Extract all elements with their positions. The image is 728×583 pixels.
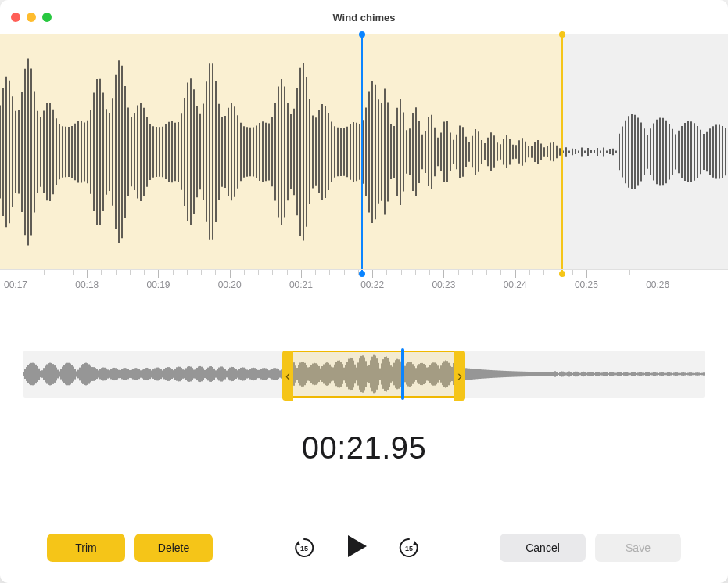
ruler-tick-minor <box>629 270 630 275</box>
ruler-tick-minor <box>401 270 402 275</box>
cancel-button[interactable]: Cancel <box>500 534 586 562</box>
playhead[interactable] <box>361 34 363 274</box>
ruler-tick-minor <box>315 270 316 275</box>
ruler-tick-minor <box>73 270 74 275</box>
skip-fwd-label: 15 <box>404 545 412 552</box>
ruler-tick-minor <box>30 270 30 275</box>
ruler-label: 00:18 <box>75 279 99 290</box>
ruler-tick-minor <box>287 270 288 275</box>
ruler-tick-minor <box>358 270 359 275</box>
trim-handle-left[interactable]: ‹ <box>282 351 293 401</box>
trim-handle-right[interactable]: › <box>454 351 465 401</box>
ruler-tick <box>658 270 658 278</box>
ruler-tick <box>443 270 444 278</box>
play-button[interactable] <box>343 533 370 563</box>
ruler-label: 00:22 <box>360 279 384 290</box>
window-title: Wind chimes <box>0 12 728 23</box>
overview-waveform[interactable]: ‹ › 00:00 00:40 <box>23 351 705 413</box>
ruler-tick-minor <box>500 270 501 275</box>
ruler-tick-minor <box>101 270 102 275</box>
ruler-label: 00:23 <box>432 279 455 290</box>
delete-button[interactable]: Delete <box>134 534 213 562</box>
ruler-tick <box>515 270 516 278</box>
ruler-tick-minor <box>130 270 131 275</box>
overview-playhead[interactable] <box>401 348 404 400</box>
ruler-tick-minor <box>59 270 59 275</box>
ruler-tick-minor <box>687 270 687 275</box>
ruler-tick <box>586 270 587 278</box>
ruler-tick-minor <box>116 270 117 275</box>
ruler-tick <box>372 270 373 278</box>
ruler-tick-minor <box>601 270 601 275</box>
ruler-label: 00:21 <box>289 279 313 290</box>
ruler-tick-minor <box>187 270 188 275</box>
ruler-tick-minor <box>529 270 530 275</box>
main-waveform[interactable] <box>0 34 728 269</box>
ruler-label: 00:25 <box>575 279 598 290</box>
save-button[interactable]: Save <box>595 534 681 562</box>
skip-forward-15-icon[interactable]: 15 <box>398 537 420 559</box>
ruler-label: 00:24 <box>504 279 527 290</box>
ruler-tick-minor <box>715 270 715 275</box>
timecode-display: 00:21.95 <box>0 430 728 466</box>
ruler-tick-minor <box>386 270 387 275</box>
ruler-tick-minor <box>429 270 430 275</box>
ruler-tick-minor <box>543 270 544 275</box>
ruler-tick-minor <box>615 270 615 275</box>
app-window: Wind chimes 00:1700:1800:1900:2000:2100:… <box>0 0 728 583</box>
ruler-tick-minor <box>173 270 174 275</box>
ruler-label: 00:26 <box>646 279 669 290</box>
trim-end-marker[interactable] <box>561 34 563 274</box>
ruler-tick-minor <box>215 270 216 275</box>
controls: Trim Delete 15 15 Canc <box>0 533 728 563</box>
skip-back-label: 15 <box>299 545 307 552</box>
ruler-tick-minor <box>458 270 459 275</box>
ruler-tick-minor <box>258 270 259 275</box>
ruler-tick <box>87 270 88 278</box>
ruler-tick-minor <box>201 270 202 275</box>
ruler-tick-minor <box>701 270 701 275</box>
ruler-tick <box>301 270 302 278</box>
trim-button[interactable]: Trim <box>47 534 125 562</box>
ruler-tick-minor <box>672 270 672 275</box>
trim-selection-box[interactable]: ‹ › <box>292 351 456 398</box>
ruler-tick-minor <box>244 270 245 275</box>
ruler-tick-minor <box>44 270 45 275</box>
ruler-tick-minor <box>558 270 558 275</box>
time-ruler: 00:1700:1800:1900:2000:2100:2200:2300:24… <box>0 269 728 300</box>
ruler-tick <box>230 270 231 278</box>
ruler-tick-minor <box>486 270 487 275</box>
ruler-label: 00:19 <box>146 279 170 290</box>
ruler-tick-minor <box>329 270 330 275</box>
skip-back-15-icon[interactable]: 15 <box>293 537 315 559</box>
ruler-label: 00:17 <box>4 279 27 290</box>
ruler-tick <box>16 270 16 278</box>
waveform-graphic <box>0 34 728 269</box>
ruler-tick-minor <box>572 270 573 275</box>
ruler-tick-minor <box>644 270 644 275</box>
ruler-tick-minor <box>472 270 473 275</box>
ruler-label: 00:20 <box>218 279 242 290</box>
ruler-tick <box>158 270 159 278</box>
transport-controls: 15 15 <box>213 533 500 563</box>
ruler-tick-minor <box>272 270 273 275</box>
ruler-tick-minor <box>344 270 345 275</box>
titlebar: Wind chimes <box>0 0 728 34</box>
ruler-tick-minor <box>415 270 416 275</box>
ruler-tick-minor <box>144 270 145 275</box>
right-button-group: Cancel Save <box>500 534 681 562</box>
